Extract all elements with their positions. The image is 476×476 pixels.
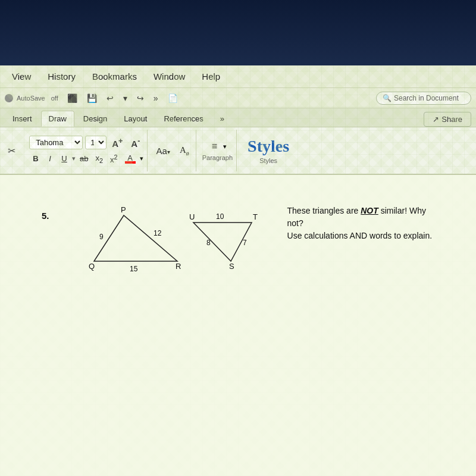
menu-bookmarks[interactable]: Bookmarks [85, 69, 144, 84]
subscript-btn[interactable]: x2 [92, 152, 106, 165]
save-btn[interactable]: 💾 [84, 92, 100, 104]
svg-text:9: 9 [99, 233, 104, 241]
ap-style-btn[interactable]: Aø [177, 144, 192, 158]
font-color-btn[interactable]: A [122, 152, 139, 165]
svg-text:R: R [176, 262, 181, 271]
app-area: View History Bookmarks Window Help AutoS… [0, 65, 476, 476]
font-color-indicator [125, 161, 136, 164]
bold-btn[interactable]: B [29, 153, 42, 164]
svg-text:12: 12 [154, 229, 162, 237]
search-icon: 🔍 [383, 94, 392, 102]
tab-references[interactable]: References [156, 111, 211, 127]
ribbon-tabs: Insert Draw Design Layout References » ↗… [0, 108, 476, 127]
doc-content: 5. P Q R 9 15 [0, 175, 476, 476]
tab-design[interactable]: Design [76, 111, 115, 127]
toolbar-row1: AutoSave off ⬛ 💾 ↩ ▾ ↪ » 📄 🔍 Search in D… [0, 88, 476, 108]
ribbon-content: ✂ Tahoma 11 A+ A- B I U ▾ ab x2 x2 [0, 127, 476, 175]
redo-btn[interactable]: ↪ [134, 92, 147, 104]
menu-help[interactable]: Help [195, 69, 227, 84]
menu-view[interactable]: View [5, 69, 38, 84]
paragraph-label: Paragraph [202, 154, 233, 161]
svg-text:10: 10 [216, 212, 224, 221]
menu-history[interactable]: History [40, 69, 83, 84]
paste-btn[interactable]: ✂ [5, 144, 18, 158]
shrink-font-btn[interactable]: A- [128, 136, 143, 150]
strikethrough-btn[interactable]: ab [77, 153, 91, 164]
problem-number: 5. [42, 211, 49, 221]
undo-dropdown-btn[interactable]: ▾ [120, 92, 130, 104]
italic-btn[interactable]: I [43, 153, 57, 164]
align-btn[interactable]: ≡ [208, 140, 221, 153]
svg-text:P: P [121, 205, 126, 214]
styles-label: Styles [259, 157, 277, 164]
ribbon-styles-group: Styles Styles [239, 130, 298, 171]
triangles-diagram: P Q R 9 15 12 U [61, 205, 264, 276]
grow-font-btn[interactable]: A+ [109, 136, 126, 150]
svg-text:S: S [229, 262, 234, 271]
autosave-label: AutoSave [17, 95, 45, 102]
doc-icon-btn[interactable]: ⬛ [64, 92, 80, 104]
tab-draw[interactable]: Draw [41, 111, 74, 127]
ribbon-text-group: Aa▾ Aø [150, 130, 196, 171]
search-box[interactable]: 🔍 Search in Document [376, 92, 471, 105]
monitor-top-bezel [0, 0, 476, 65]
share-button[interactable]: ↗ Share [424, 112, 471, 127]
tab-layout[interactable]: Layout [116, 111, 155, 127]
share-icon: ↗ [433, 115, 439, 124]
more-toolbar-btn[interactable]: » [151, 92, 161, 104]
tab-more[interactable]: » [212, 111, 232, 127]
svg-text:7: 7 [243, 239, 247, 247]
doc-page-btn[interactable]: 📄 [165, 92, 181, 104]
svg-text:8: 8 [206, 239, 211, 247]
traffic-light-btn[interactable] [5, 94, 13, 102]
problem-area: 5. P Q R 9 15 [30, 199, 452, 282]
svg-text:U: U [189, 212, 195, 221]
styles-btn[interactable]: Styles [243, 137, 294, 156]
menu-bar: View History Bookmarks Window Help [0, 65, 476, 88]
undo-btn[interactable]: ↩ [104, 92, 117, 104]
aa-case-btn[interactable]: Aa▾ [154, 145, 173, 157]
not-similar-text: NOT [361, 206, 378, 215]
problem-text-prefix: These triangles are [287, 206, 359, 215]
svg-marker-0 [94, 215, 177, 261]
font-name-selector[interactable]: Tahoma [29, 136, 83, 149]
problem-instructions: Use calculations AND words to explain. [287, 231, 433, 240]
superscript-btn[interactable]: x2 [107, 152, 121, 165]
search-placeholder: Search in Document [394, 94, 459, 102]
menu-window[interactable]: Window [146, 69, 192, 84]
svg-text:15: 15 [130, 265, 138, 273]
underline-btn[interactable]: U [58, 153, 71, 164]
autosave-off-label: off [51, 95, 58, 102]
ribbon-font-group: Tahoma 11 A+ A- B I U ▾ ab x2 x2 A [26, 130, 148, 171]
svg-text:T: T [253, 212, 258, 221]
ribbon-paragraph-group: ≡ ▾ Paragraph [199, 130, 237, 171]
svg-text:Q: Q [89, 262, 95, 271]
problem-description: These triangles are NOT similar! Why not… [287, 205, 440, 242]
font-size-selector[interactable]: 11 [85, 136, 107, 149]
tab-insert[interactable]: Insert [5, 111, 40, 127]
share-label: Share [441, 115, 462, 124]
